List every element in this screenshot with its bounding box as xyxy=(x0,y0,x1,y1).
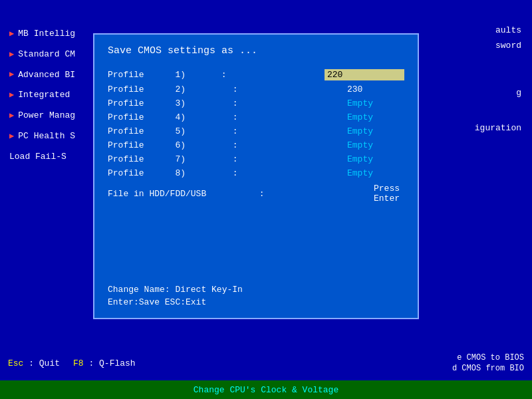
sidebar-item-integrated[interactable]: ▶ Integrated xyxy=(0,85,103,106)
separator-5: : xyxy=(227,126,347,136)
profile-value-5: Empty xyxy=(347,126,404,136)
profile-label-7: Profile 7) xyxy=(108,154,227,164)
file-separator: : xyxy=(254,189,374,199)
sidebar-item-mb-intelligent[interactable]: ▶ MB Intellig xyxy=(0,24,103,45)
sidebar-item-pc-health[interactable]: ▶ PC Health S xyxy=(0,126,103,147)
profile-label-3: Profile 3) xyxy=(108,98,227,108)
arrow-icon: ▶ xyxy=(9,89,14,102)
sidebar-item-power-management[interactable]: ▶ Power Manag xyxy=(0,106,103,126)
right-legend-1: e CMOS to BIOS xyxy=(457,353,524,362)
separator-7: : xyxy=(227,154,347,164)
profile-label-6: Profile 6) xyxy=(108,140,227,150)
f8-key: F8 xyxy=(73,358,84,368)
bottom-legend-right: e CMOS to BIOS d CMOS from BIO xyxy=(452,353,524,373)
footer-line2: Enter:Save ESC:Exit xyxy=(108,297,404,307)
sidebar-item-label: MB Intellig xyxy=(18,27,75,41)
arrow-icon: ▶ xyxy=(9,49,14,61)
profile-row-1[interactable]: Profile 1) : 220 xyxy=(108,67,404,82)
profile-label-4: Profile 4) xyxy=(108,112,227,122)
bottom-legend-area: Esc : Quit F8 : Q-Flash e CMOS to BIOS d… xyxy=(0,346,532,380)
profile-row-6[interactable]: Profile 6) : Empty xyxy=(108,138,404,152)
sidebar-item-label: Integrated xyxy=(18,88,70,102)
right-legend-2: d CMOS from BIO xyxy=(452,364,524,373)
profile-row-3[interactable]: Profile 3) : Empty xyxy=(108,96,404,110)
profile-value-1[interactable]: 220 xyxy=(325,69,404,80)
legend-esc: Esc : Quit xyxy=(8,358,60,368)
esc-desc: : Quit xyxy=(29,358,60,368)
profile-value-4: Empty xyxy=(347,112,404,122)
profile-value-2: 230 xyxy=(347,84,404,94)
separator-3: : xyxy=(227,98,347,108)
save-cmos-modal: Save CMOS settings as ... Profile 1) : 2… xyxy=(93,33,419,319)
profile-label-1: Profile 1) xyxy=(108,70,216,80)
separator-6: : xyxy=(227,140,347,150)
separator-2: : xyxy=(227,84,347,94)
esc-key: Esc xyxy=(8,358,23,368)
legend-f8: F8 : Q-Flash xyxy=(73,358,136,368)
sidebar-item-load-fail[interactable]: Load Fail-S xyxy=(0,147,103,168)
profile-value-8: Empty xyxy=(347,168,404,178)
f8-desc: : Q-Flash xyxy=(88,358,135,368)
file-value: Press Enter xyxy=(374,184,404,203)
profile-label-2: Profile 2) xyxy=(108,84,227,94)
footer-line1: Change Name: Direct Key-In xyxy=(108,285,404,295)
profile-row-4[interactable]: Profile 4) : Empty xyxy=(108,110,404,124)
modal-title: Save CMOS settings as ... xyxy=(108,45,404,57)
bottom-legend-left: Esc : Quit F8 : Q-Flash xyxy=(8,358,136,368)
file-row[interactable]: File in HDD/FDD/USB : Press Enter xyxy=(108,182,404,205)
separator-4: : xyxy=(227,112,347,122)
profile-label-8: Profile 8) xyxy=(108,168,227,178)
sidebar-item-standard-cmos[interactable]: ▶ Standard CM xyxy=(0,45,103,65)
sidebar: ▶ MB Intellig ▶ Standard CM ▶ Advanced B… xyxy=(0,19,103,379)
file-label: File in HDD/FDD/USB xyxy=(108,189,254,199)
profile-row-5[interactable]: Profile 5) : Empty xyxy=(108,124,404,138)
separator-8: : xyxy=(227,168,347,178)
arrow-icon: ▶ xyxy=(9,68,14,81)
sidebar-item-advanced-bios[interactable]: ▶ Advanced BI xyxy=(0,65,103,86)
profile-value-6: Empty xyxy=(347,140,404,150)
sidebar-item-label: Load Fail-S xyxy=(9,150,66,164)
profile-row-8[interactable]: Profile 8) : Empty xyxy=(108,166,404,180)
sidebar-item-label: Standard CM xyxy=(18,48,75,62)
profile-label-5: Profile 5) xyxy=(108,126,227,136)
separator-1: : xyxy=(216,70,325,80)
profile-value-7: Empty xyxy=(347,154,404,164)
bottom-status-bar: Change CPU's Clock & Voltage xyxy=(0,380,532,399)
bottom-bar-text: Change CPU's Clock & Voltage xyxy=(194,385,338,395)
arrow-icon: ▶ xyxy=(9,110,14,122)
arrow-icon: ▶ xyxy=(9,28,14,41)
profile-row-2[interactable]: Profile 2) : 230 xyxy=(108,82,404,96)
profile-value-3: Empty xyxy=(347,98,404,108)
sidebar-item-label: PC Health S xyxy=(18,130,75,144)
arrow-icon: ▶ xyxy=(9,130,14,143)
modal-footer: Change Name: Direct Key-In Enter:Save ES… xyxy=(108,285,404,307)
sidebar-item-label: Advanced BI xyxy=(18,68,75,82)
profile-row-7[interactable]: Profile 7) : Empty xyxy=(108,152,404,166)
sidebar-item-label: Power Manag xyxy=(18,109,75,123)
